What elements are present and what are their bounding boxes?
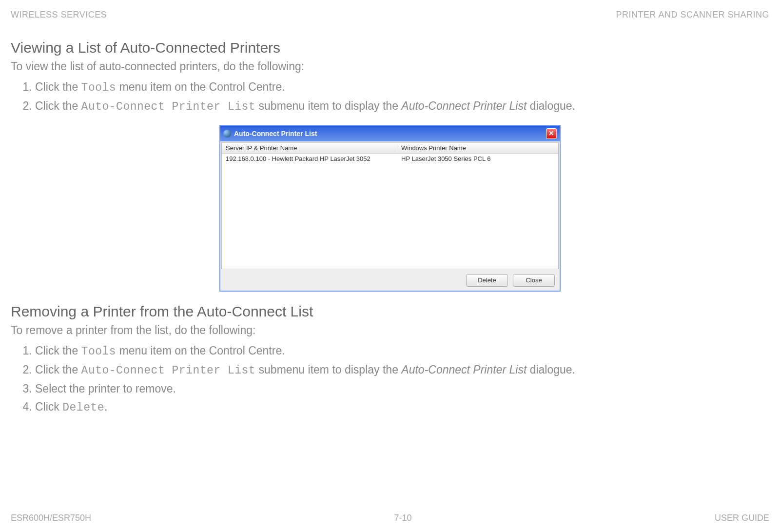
section2-intro: To remove a printer from the list, do th… bbox=[11, 324, 769, 337]
list-item: Click the Tools menu item on the Control… bbox=[35, 78, 769, 97]
mono-text: Tools bbox=[81, 345, 117, 358]
step-text: Click the bbox=[35, 344, 81, 357]
footer-left: ESR600H/ESR750H bbox=[11, 513, 91, 523]
step-text: menu item on the Control Centre. bbox=[116, 344, 285, 357]
cell-server-printer: 192.168.0.100 - Hewlett Packard HP Laser… bbox=[222, 155, 397, 162]
col-server-ip-printer-name[interactable]: Server IP & Printer Name bbox=[222, 144, 397, 152]
mono-text: Delete bbox=[62, 401, 104, 414]
header-right: PRINTER AND SCANNER SHARING bbox=[616, 10, 769, 20]
header-left: WIRELESS SERVICES bbox=[11, 10, 107, 20]
dialog-titlebar: Auto-Connect Printer List ✕ bbox=[220, 126, 560, 141]
step-text: Select the printer to remove. bbox=[35, 382, 176, 395]
step-text: submenu item to display the bbox=[255, 99, 401, 112]
footer-right: USER GUIDE bbox=[715, 513, 769, 523]
page-content: Viewing a List of Auto-Connected Printer… bbox=[0, 20, 780, 417]
list-header: Server IP & Printer Name Windows Printer… bbox=[222, 143, 558, 154]
titlebar-left: Auto-Connect Printer List bbox=[223, 130, 317, 138]
ital-text: Auto-Connect Printer List bbox=[401, 363, 526, 376]
step-text: submenu item to display the bbox=[255, 363, 401, 376]
step-text: Click bbox=[35, 400, 62, 413]
step-text: . bbox=[104, 400, 107, 413]
step-text: Click the bbox=[35, 99, 81, 112]
mono-text: Auto-Connect Printer List bbox=[81, 100, 256, 113]
page-footer: ESR600H/ESR750H 7-10 USER GUIDE bbox=[11, 513, 769, 523]
section1-intro: To view the list of auto-connected print… bbox=[11, 60, 769, 73]
dialog-figure: Auto-Connect Printer List ✕ Server IP & … bbox=[11, 125, 769, 292]
list-item: Click the Tools menu item on the Control… bbox=[35, 342, 769, 361]
mono-text: Tools bbox=[81, 81, 117, 94]
app-icon bbox=[223, 130, 231, 138]
step-text: menu item on the Control Centre. bbox=[116, 80, 285, 93]
printer-list-area: Server IP & Printer Name Windows Printer… bbox=[221, 142, 559, 269]
page-header: WIRELESS SERVICES PRINTER AND SCANNER SH… bbox=[0, 0, 780, 20]
step-text: dialogue. bbox=[526, 363, 575, 376]
auto-connect-printer-list-dialog: Auto-Connect Printer List ✕ Server IP & … bbox=[219, 125, 561, 292]
list-item: Click the Auto-Connect Printer List subm… bbox=[35, 361, 769, 380]
step-text: Click the bbox=[35, 363, 81, 376]
step-text: Click the bbox=[35, 80, 81, 93]
step-text: dialogue. bbox=[526, 99, 575, 112]
list-item: Select the printer to remove. bbox=[35, 380, 769, 398]
section2-steps: Click the Tools menu item on the Control… bbox=[24, 342, 769, 417]
delete-button[interactable]: Delete bbox=[466, 274, 508, 287]
dialog-button-row: Delete Close bbox=[220, 270, 560, 291]
section1-heading: Viewing a List of Auto-Connected Printer… bbox=[11, 39, 769, 56]
cell-windows-printer: HP LaserJet 3050 Series PCL 6 bbox=[397, 155, 558, 162]
close-icon[interactable]: ✕ bbox=[546, 128, 557, 139]
table-row[interactable]: 192.168.0.100 - Hewlett Packard HP Laser… bbox=[222, 154, 558, 163]
section2-heading: Removing a Printer from the Auto-Connect… bbox=[11, 303, 769, 320]
col-windows-printer-name[interactable]: Windows Printer Name bbox=[397, 144, 558, 152]
list-item: Click the Auto-Connect Printer List subm… bbox=[35, 97, 769, 116]
mono-text: Auto-Connect Printer List bbox=[81, 364, 256, 377]
list-item: Click Delete. bbox=[35, 398, 769, 417]
footer-center: 7-10 bbox=[394, 513, 412, 523]
section1-steps: Click the Tools menu item on the Control… bbox=[24, 78, 769, 116]
ital-text: Auto-Connect Printer List bbox=[401, 99, 526, 112]
close-button[interactable]: Close bbox=[513, 274, 555, 287]
dialog-title: Auto-Connect Printer List bbox=[234, 130, 317, 138]
